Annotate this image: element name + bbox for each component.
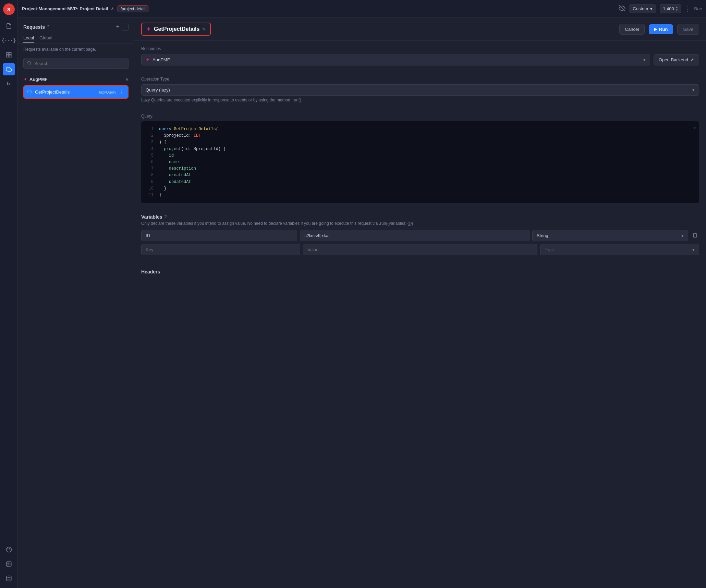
resource-group-header[interactable]: ✦ AugPMF ∧	[23, 74, 129, 84]
panel-toggle-button[interactable]	[122, 24, 129, 30]
graphql-icon: ✦	[146, 25, 151, 33]
variable-key-input-1[interactable]	[141, 230, 297, 241]
resource-group: ✦ AugPMF ∧ GetProjectDetails lazyQuery ⋮	[18, 72, 134, 101]
resource-graphql-icon: ✦	[23, 76, 27, 82]
play-icon: ▶	[654, 27, 657, 32]
external-link-icon: ↗	[690, 57, 694, 62]
resource-dropdown-arrow: ▾	[643, 57, 646, 62]
resources-label: Resources	[141, 46, 699, 51]
sidebar-icon-database[interactable]	[3, 572, 15, 585]
query-section: Query ↗ 1 query GetProjectDetails( 2 $pr…	[134, 108, 706, 209]
resource-select-icon: ✦	[146, 57, 150, 62]
variable-value-input-placeholder[interactable]	[303, 244, 537, 255]
tabs-row: Local Global	[18, 33, 134, 44]
sidebar-icon-image[interactable]	[3, 558, 15, 570]
route-badge: /project-detail	[118, 5, 148, 12]
width-up-arrow[interactable]: ▲	[675, 6, 678, 9]
resources-section: Resources ✦ AugPMF ▾ Open Backend ↗	[134, 41, 706, 71]
variable-delete-button-1[interactable]	[691, 231, 699, 241]
right-panel: ✦ GetProjectDetails ✎ Cancel ▶ Run Save …	[134, 18, 706, 588]
svg-point-5	[8, 549, 8, 549]
request-more-button[interactable]: ⋮	[119, 89, 124, 95]
code-line-5: 5 id	[147, 152, 694, 159]
width-down-arrow[interactable]: ▼	[675, 9, 678, 12]
width-control[interactable]: 1,400 ▲ ▼	[660, 4, 681, 13]
query-label: Query	[141, 108, 699, 119]
sidebar-icon-code[interactable]: {···}	[3, 34, 15, 47]
search-box[interactable]	[23, 58, 129, 69]
sidebar-icon-components[interactable]	[3, 49, 15, 61]
request-detail-title: GetProjectDetails	[154, 26, 199, 32]
variable-value-input-1[interactable]	[300, 230, 530, 241]
sidebar-icon-cloud[interactable]	[3, 63, 15, 75]
lazy-description: Lazy Queries are executed explicitly in …	[141, 98, 699, 102]
resource-select-name: AugPMF	[153, 57, 641, 62]
requests-title: Requests	[23, 24, 45, 30]
variables-header: Variables ?	[141, 214, 699, 220]
svg-point-6	[9, 548, 10, 549]
code-editor[interactable]: ↗ 1 query GetProjectDetails( 2 $projectI…	[141, 121, 699, 203]
project-title: Project-Management-MVP: Project Detail ∧	[22, 6, 114, 11]
code-line-10: 10 }	[147, 185, 694, 192]
variable-type-select-1[interactable]: String ▾	[532, 230, 688, 241]
requests-header: Requests ? +	[18, 18, 134, 33]
operation-type-label: Operation Type	[141, 77, 699, 82]
headers-section: Headers	[134, 264, 706, 280]
variable-type-value-1: String	[537, 233, 681, 238]
top-bar: Project-Management-MVP: Project Detail ∧…	[18, 0, 706, 18]
tab-global[interactable]: Global	[39, 33, 52, 43]
visibility-icon[interactable]	[619, 5, 625, 13]
variable-type-arrow-placeholder: ▾	[692, 247, 695, 252]
svg-point-4	[6, 547, 11, 552]
search-icon	[27, 61, 32, 66]
svg-rect-1	[9, 52, 11, 54]
code-line-3: 3 ) {	[147, 139, 694, 146]
code-line-2: 2 $projectId: ID!	[147, 133, 694, 139]
save-button[interactable]: Save	[677, 24, 699, 35]
resource-select[interactable]: ✦ AugPMF ▾	[141, 54, 650, 65]
request-item[interactable]: GetProjectDetails lazyQuery ⋮	[23, 85, 129, 99]
request-cloud-icon	[27, 89, 32, 95]
variables-title: Variables	[141, 214, 162, 220]
expand-code-icon[interactable]: ↗	[693, 125, 696, 132]
request-name: GetProjectDetails	[35, 89, 96, 95]
add-request-button[interactable]: +	[116, 23, 120, 30]
variable-row-1: String ▾	[141, 230, 699, 241]
edit-title-icon[interactable]: ✎	[202, 27, 206, 32]
code-line-9: 9 updatedAt	[147, 179, 694, 185]
open-backend-button[interactable]: Open Backend ↗	[654, 54, 699, 65]
more-menu-icon[interactable]: ⋮	[685, 5, 691, 13]
sidebar-icon-palette[interactable]	[3, 543, 15, 556]
code-line-11: 11 }	[147, 192, 694, 198]
request-name-box: ✦ GetProjectDetails ✎	[141, 23, 211, 36]
resource-group-chevron: ∧	[125, 77, 129, 82]
variables-description: Only declare these variables if you inte…	[141, 221, 699, 226]
left-panel: Requests ? + Local Global Requests avail…	[18, 18, 134, 588]
custom-dropdown[interactable]: Custom ▾	[629, 4, 656, 13]
request-header: ✦ GetProjectDetails ✎ Cancel ▶ Run Save	[134, 18, 706, 41]
variables-help-icon[interactable]: ?	[165, 215, 167, 219]
svg-point-7	[10, 550, 10, 550]
back-button[interactable]: Bac	[694, 6, 702, 11]
variable-type-placeholder: Type	[545, 247, 692, 252]
tab-local[interactable]: Local	[23, 33, 34, 43]
app-badge: 8	[3, 3, 15, 15]
svg-line-13	[30, 64, 31, 64]
code-line-4: 4 project(id: $projectId) {	[147, 146, 694, 152]
operation-type-select[interactable]: Query (lazy) ▾	[141, 84, 699, 96]
run-button[interactable]: ▶ Run	[649, 24, 673, 34]
sidebar-icon-page[interactable]	[3, 20, 15, 32]
variable-key-input-placeholder[interactable]	[141, 244, 300, 255]
code-line-1: 1 query GetProjectDetails(	[147, 126, 694, 133]
svg-rect-2	[9, 55, 11, 57]
headers-title: Headers	[141, 269, 160, 274]
cancel-button[interactable]: Cancel	[619, 24, 645, 35]
request-type: lazyQuery	[99, 90, 116, 94]
svg-point-12	[28, 61, 31, 64]
search-input[interactable]	[34, 61, 125, 66]
variable-type-select-placeholder[interactable]: Type ▾	[540, 244, 699, 255]
svg-rect-0	[7, 52, 9, 54]
icon-sidebar: 8 {···} fx	[0, 0, 18, 588]
sidebar-icon-fx[interactable]: fx	[3, 77, 15, 90]
requests-help-icon[interactable]: ?	[47, 25, 49, 29]
